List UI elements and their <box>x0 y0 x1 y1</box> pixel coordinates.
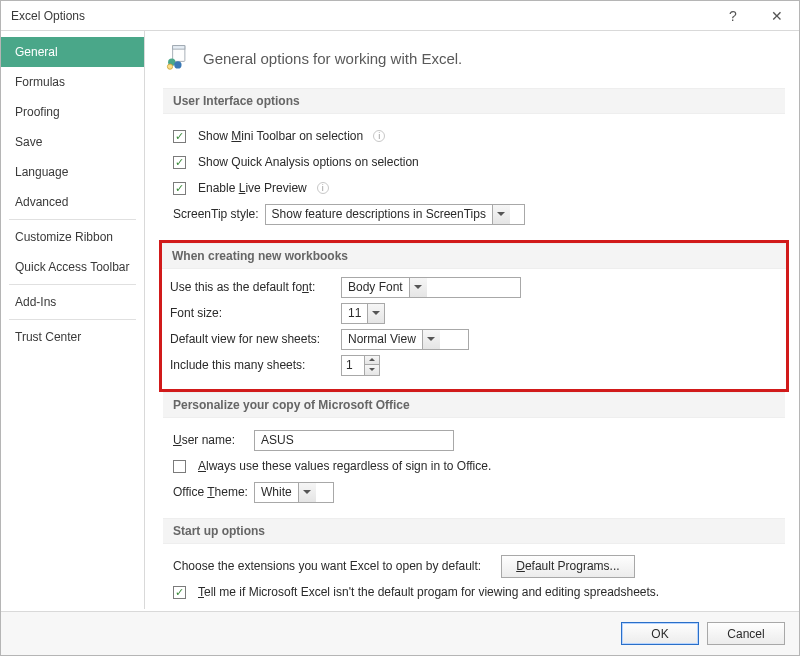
sidebar-item-proofing[interactable]: Proofing <box>1 97 144 127</box>
sidebar-item-customize-ribbon[interactable]: Customize Ribbon <box>1 222 144 252</box>
sidebar-item-label: Trust Center <box>15 330 81 344</box>
window-title: Excel Options <box>11 9 85 23</box>
ok-button[interactable]: OK <box>621 622 699 645</box>
checkbox-mini-toolbar[interactable]: Show Mini Toolbar on selection <box>173 124 775 148</box>
sidebar-item-label: Customize Ribbon <box>15 230 113 244</box>
username-label: User name: <box>173 433 248 447</box>
sidebar-item-formulas[interactable]: Formulas <box>1 67 144 97</box>
checkbox-label: Always use these values regardless of si… <box>198 459 491 473</box>
sidebar-item-trust-center[interactable]: Trust Center <box>1 322 144 352</box>
spinner-value: 1 <box>342 358 364 372</box>
input-value: ASUS <box>261 433 294 447</box>
checkbox-label: Enable Live Preview <box>198 181 307 195</box>
info-icon[interactable] <box>373 130 385 142</box>
highlighted-section: When creating new workbooks Use this as … <box>159 240 789 392</box>
dropdown-value: Show feature descriptions in ScreenTips <box>266 207 492 221</box>
checkbox-live-preview[interactable]: Enable Live Preview <box>173 176 775 200</box>
checkbox-label: Show Quick Analysis options on selection <box>198 155 419 169</box>
excel-options-dialog: Excel Options ? ✕ General Formulas Proof… <box>0 0 800 656</box>
sidebar-item-advanced[interactable]: Advanced <box>1 187 144 217</box>
sidebar-separator <box>9 219 136 220</box>
svg-point-3 <box>174 61 181 68</box>
titlebar: Excel Options ? ✕ <box>1 1 799 31</box>
dropdown-value: Normal View <box>342 332 422 346</box>
checkbox-icon <box>173 586 186 599</box>
default-view-dropdown[interactable]: Normal View <box>341 329 469 350</box>
title-controls: ? ✕ <box>711 1 799 31</box>
sidebar-item-label: Language <box>15 165 68 179</box>
sidebar-item-label: Quick Access Toolbar <box>15 260 130 274</box>
section-personalize-heading: Personalize your copy of Microsoft Offic… <box>163 392 785 418</box>
sidebar-item-label: Formulas <box>15 75 65 89</box>
section-ui-body: Show Mini Toolbar on selection Show Quic… <box>163 114 785 240</box>
lead-text: General options for working with Excel. <box>203 50 462 67</box>
button-label: Cancel <box>727 627 764 641</box>
sidebar-separator <box>9 284 136 285</box>
row-screentip: ScreenTip style: Show feature descriptio… <box>173 202 775 226</box>
sidebar-item-language[interactable]: Language <box>1 157 144 187</box>
screentip-label: ScreenTip style: <box>173 207 259 221</box>
sidebar-item-general[interactable]: General <box>1 37 144 67</box>
checkbox-icon <box>173 460 186 473</box>
checkbox-icon <box>173 156 186 169</box>
svg-rect-1 <box>173 46 185 50</box>
screentip-dropdown[interactable]: Show feature descriptions in ScreenTips <box>265 204 525 225</box>
category-sidebar: General Formulas Proofing Save Language … <box>1 31 145 609</box>
row-default-programs: Choose the extensions you want Excel to … <box>173 554 775 578</box>
sidebar-item-label: Add-Ins <box>15 295 56 309</box>
username-input[interactable]: ASUS <box>254 430 454 451</box>
checkbox-label: Show Mini Toolbar on selection <box>198 129 363 143</box>
sidebar-item-label: Proofing <box>15 105 60 119</box>
row-font-size: Font size: 11 <box>170 301 778 325</box>
section-startup-heading: Start up options <box>163 518 785 544</box>
checkbox-show-start-screen[interactable]: Show the Start screen when this applicat… <box>173 606 775 609</box>
lead-row: General options for working with Excel. <box>163 43 785 74</box>
sidebar-item-qat[interactable]: Quick Access Toolbar <box>1 252 144 282</box>
svg-point-4 <box>167 64 172 69</box>
close-icon[interactable]: ✕ <box>755 1 799 31</box>
section-personalize-body: User name: ASUS Always use these values … <box>163 418 785 518</box>
font-size-label: Font size: <box>170 306 335 320</box>
sidebar-item-label: Advanced <box>15 195 68 209</box>
default-font-label: Use this as the default font: <box>170 280 335 294</box>
checkbox-icon <box>173 182 186 195</box>
checkbox-always-use-values[interactable]: Always use these values regardless of si… <box>173 454 775 478</box>
info-icon[interactable] <box>317 182 329 194</box>
chevron-down-icon <box>492 205 510 224</box>
spinner-up-icon[interactable] <box>365 356 379 366</box>
dialog-body: General Formulas Proofing Save Language … <box>1 31 799 609</box>
checkbox-quick-analysis[interactable]: Show Quick Analysis options on selection <box>173 150 775 174</box>
chevron-down-icon <box>422 330 440 349</box>
row-sheet-count: Include this many sheets: 1 <box>170 353 778 377</box>
sidebar-item-label: Save <box>15 135 42 149</box>
sheet-count-label: Include this many sheets: <box>170 358 335 372</box>
row-default-font: Use this as the default font: Body Font <box>170 275 778 299</box>
help-icon[interactable]: ? <box>711 1 755 31</box>
checkbox-label: Tell me if Microsoft Excel isn't the def… <box>198 585 659 599</box>
theme-label: Office Theme: <box>173 485 248 499</box>
sidebar-separator <box>9 319 136 320</box>
chevron-down-icon <box>367 304 384 323</box>
chevron-down-icon <box>409 278 427 297</box>
general-icon <box>163 43 191 74</box>
cancel-button[interactable]: Cancel <box>707 622 785 645</box>
button-label: Default Programs... <box>516 559 619 573</box>
sidebar-item-addins[interactable]: Add-Ins <box>1 287 144 317</box>
default-font-dropdown[interactable]: Body Font <box>341 277 521 298</box>
section-newwb-heading: When creating new workbooks <box>162 243 786 269</box>
section-startup-body: Choose the extensions you want Excel to … <box>163 544 785 609</box>
main-panel: General options for working with Excel. … <box>145 31 799 609</box>
font-size-dropdown[interactable]: 11 <box>341 303 385 324</box>
sidebar-item-save[interactable]: Save <box>1 127 144 157</box>
dropdown-value: Body Font <box>342 280 409 294</box>
spinner-down-icon[interactable] <box>365 365 379 375</box>
choose-ext-label: Choose the extensions you want Excel to … <box>173 559 481 573</box>
sheet-count-spinner[interactable]: 1 <box>341 355 380 376</box>
checkbox-tell-me-default[interactable]: Tell me if Microsoft Excel isn't the def… <box>173 580 775 604</box>
default-programs-button[interactable]: Default Programs... <box>501 555 634 578</box>
theme-dropdown[interactable]: White <box>254 482 334 503</box>
button-label: OK <box>651 627 668 641</box>
default-view-label: Default view for new sheets: <box>170 332 335 346</box>
section-ui-heading: User Interface options <box>163 88 785 114</box>
row-office-theme: Office Theme: White <box>173 480 775 504</box>
